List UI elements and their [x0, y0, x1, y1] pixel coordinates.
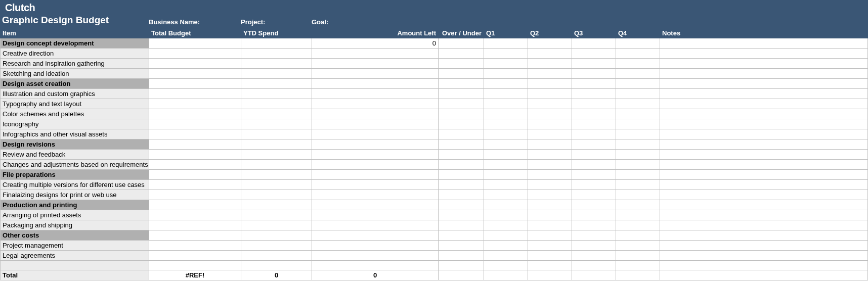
data-cell[interactable] — [149, 160, 241, 170]
data-cell[interactable] — [439, 251, 484, 261]
data-cell[interactable] — [572, 261, 616, 270]
data-cell[interactable] — [149, 170, 241, 180]
data-cell[interactable] — [241, 241, 312, 251]
data-cell[interactable] — [484, 230, 528, 241]
data-cell[interactable] — [572, 99, 616, 109]
data-cell[interactable]: 0 — [312, 38, 439, 49]
data-cell[interactable] — [439, 190, 484, 200]
item-cell[interactable]: Typography and text layout — [1, 99, 149, 109]
data-cell[interactable] — [528, 200, 572, 210]
data-cell[interactable] — [439, 180, 484, 190]
item-cell[interactable]: Creative direction — [1, 49, 149, 59]
data-cell[interactable] — [616, 251, 660, 261]
data-cell[interactable] — [439, 79, 484, 89]
data-cell[interactable] — [660, 170, 868, 180]
data-cell[interactable] — [439, 200, 484, 210]
data-cell[interactable] — [241, 129, 312, 139]
data-cell[interactable] — [149, 220, 241, 230]
data-cell[interactable] — [149, 119, 241, 129]
data-cell[interactable] — [660, 99, 868, 109]
data-cell[interactable] — [616, 270, 660, 280]
data-cell[interactable] — [312, 170, 439, 180]
data-cell[interactable] — [616, 160, 660, 170]
data-cell[interactable] — [439, 99, 484, 109]
data-cell[interactable] — [660, 119, 868, 129]
data-cell[interactable] — [660, 220, 868, 230]
data-cell[interactable] — [528, 109, 572, 119]
data-cell[interactable] — [312, 251, 439, 261]
data-cell[interactable] — [149, 251, 241, 261]
item-cell[interactable]: Color schemes and palettes — [1, 109, 149, 119]
data-cell[interactable] — [484, 38, 528, 49]
data-cell[interactable] — [616, 69, 660, 79]
data-cell[interactable] — [484, 210, 528, 220]
data-cell[interactable] — [312, 241, 439, 251]
data-cell[interactable] — [484, 190, 528, 200]
data-cell[interactable] — [660, 79, 868, 89]
data-cell[interactable] — [572, 38, 616, 49]
data-cell[interactable] — [528, 69, 572, 79]
item-cell[interactable]: Total — [1, 270, 149, 280]
data-cell[interactable] — [616, 49, 660, 59]
data-cell[interactable] — [660, 38, 868, 49]
data-cell[interactable] — [660, 59, 868, 69]
data-cell[interactable] — [528, 150, 572, 160]
data-cell[interactable] — [616, 129, 660, 139]
item-cell[interactable]: Production and printing — [1, 200, 149, 210]
data-cell[interactable] — [616, 89, 660, 99]
data-cell[interactable] — [572, 170, 616, 180]
data-cell[interactable] — [616, 150, 660, 160]
data-cell[interactable] — [312, 261, 439, 270]
data-cell[interactable] — [616, 170, 660, 180]
data-cell[interactable] — [312, 79, 439, 89]
data-cell[interactable] — [528, 170, 572, 180]
data-cell[interactable] — [484, 160, 528, 170]
data-cell[interactable] — [616, 220, 660, 230]
data-cell[interactable] — [149, 180, 241, 190]
data-cell[interactable] — [660, 49, 868, 59]
data-cell[interactable] — [149, 69, 241, 79]
data-cell[interactable] — [572, 129, 616, 139]
data-cell[interactable] — [484, 59, 528, 69]
data-cell[interactable] — [528, 220, 572, 230]
data-cell[interactable] — [572, 69, 616, 79]
data-cell[interactable] — [439, 170, 484, 180]
data-cell[interactable] — [439, 241, 484, 251]
data-cell[interactable] — [660, 200, 868, 210]
data-cell[interactable] — [616, 109, 660, 119]
data-cell[interactable] — [616, 190, 660, 200]
data-cell[interactable] — [616, 139, 660, 150]
data-cell[interactable] — [484, 220, 528, 230]
data-cell[interactable] — [528, 251, 572, 261]
data-cell[interactable] — [241, 150, 312, 160]
data-cell[interactable] — [241, 170, 312, 180]
data-cell[interactable] — [528, 160, 572, 170]
data-cell[interactable] — [572, 220, 616, 230]
item-cell[interactable]: Arranging of printed assets — [1, 210, 149, 220]
data-cell[interactable] — [572, 79, 616, 89]
item-cell[interactable]: Legal agreements — [1, 251, 149, 261]
data-cell[interactable] — [439, 69, 484, 79]
data-cell[interactable] — [484, 79, 528, 89]
data-cell[interactable] — [312, 119, 439, 129]
data-cell[interactable] — [572, 200, 616, 210]
data-cell[interactable] — [312, 49, 439, 59]
data-cell[interactable] — [439, 59, 484, 69]
data-cell[interactable] — [241, 180, 312, 190]
data-cell[interactable] — [528, 241, 572, 251]
data-cell[interactable] — [528, 210, 572, 220]
data-cell[interactable] — [149, 261, 241, 270]
data-cell[interactable] — [528, 59, 572, 69]
data-cell[interactable] — [660, 109, 868, 119]
data-cell[interactable] — [572, 139, 616, 150]
data-cell[interactable] — [660, 89, 868, 99]
data-cell[interactable] — [484, 119, 528, 129]
data-cell[interactable] — [149, 49, 241, 59]
data-cell[interactable] — [149, 241, 241, 251]
data-cell[interactable] — [484, 69, 528, 79]
data-cell[interactable] — [241, 160, 312, 170]
data-cell[interactable] — [312, 230, 439, 241]
data-cell[interactable] — [660, 129, 868, 139]
data-cell[interactable] — [312, 220, 439, 230]
data-cell[interactable] — [241, 79, 312, 89]
